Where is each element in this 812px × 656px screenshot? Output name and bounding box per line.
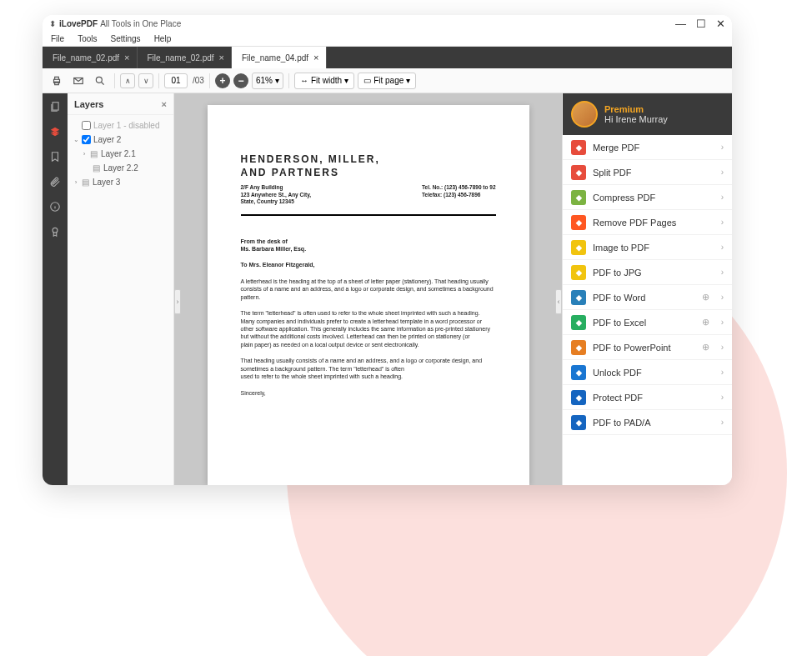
tool-item[interactable]: ◆PDF to Word⊕› <box>563 285 732 310</box>
chevron-right-icon: › <box>721 168 724 177</box>
tool-item[interactable]: ◆Split PDF› <box>563 160 732 185</box>
doc-signoff: Sincerely, <box>241 389 496 397</box>
zoom-value: 61% <box>256 76 273 85</box>
layer-checkbox[interactable] <box>82 121 91 130</box>
info-icon[interactable] <box>47 198 63 215</box>
pages-icon[interactable] <box>47 98 63 115</box>
tool-item[interactable]: ◆PDF to Excel⊕› <box>563 310 732 335</box>
tool-icon: ◆ <box>571 390 586 405</box>
layer-row[interactable]: ⌄Layer 2 <box>71 133 170 147</box>
pdf-page: HENDERSON, MILLER,AND PARTNERS 2/F Any B… <box>208 105 529 485</box>
menu-settings[interactable]: Settings <box>110 34 140 43</box>
avatar[interactable] <box>571 101 598 128</box>
chevron-right-icon[interactable]: › <box>73 178 79 186</box>
layer-tree: Layer 1 - disabled ⌄Layer 2 ›▤Layer 2.1 … <box>68 115 173 193</box>
email-button[interactable] <box>69 72 88 90</box>
close-window-button[interactable]: ✕ <box>716 18 725 30</box>
layers-icon[interactable] <box>47 123 63 140</box>
tool-item[interactable]: ◆Image to PDF› <box>563 235 732 260</box>
layer-label: Layer 2.2 <box>103 163 138 173</box>
layer-row[interactable]: ▤Layer 2.2 <box>71 161 170 175</box>
bookmark-icon[interactable] <box>47 148 63 165</box>
chevron-down-icon[interactable]: ⌄ <box>73 136 79 143</box>
tool-label: PDF to PowerPoint <box>593 343 671 353</box>
doc-address-row: 2/F Any Building123 Anywhere St., Any Ci… <box>241 184 496 205</box>
doc-divider <box>241 214 496 216</box>
chevron-right-icon[interactable]: › <box>81 150 88 158</box>
toolbar: ∧ ∨ /03 + − 61%▾ ↔Fit width▾ ▭Fit page▾ <box>43 68 732 93</box>
page-up-button[interactable]: ∧ <box>120 73 135 88</box>
tool-icon: ◆ <box>571 290 586 305</box>
doc-from: From the desk ofMs. Barbara Miller, Esq. <box>241 238 496 253</box>
tab[interactable]: File_name_02.pdf× <box>43 47 138 68</box>
layers-panel: Layers × Layer 1 - disabled ⌄Layer 2 ›▤L… <box>68 93 174 485</box>
tool-icon: ◆ <box>571 140 586 155</box>
tool-item[interactable]: ◆Merge PDF› <box>563 135 732 160</box>
tool-item[interactable]: ◆Remove PDF Pages› <box>563 210 732 235</box>
tool-item[interactable]: ◆Unlock PDF› <box>563 360 732 385</box>
fit-page-icon: ▭ <box>363 76 371 85</box>
splitter-left[interactable]: › <box>174 289 181 314</box>
app-tagline: All Tools in One Place <box>100 19 181 28</box>
doc-paragraph: A letterhead is the heading at the top o… <box>241 278 496 301</box>
tool-item[interactable]: ◆Compress PDF› <box>563 185 732 210</box>
zoom-in-button[interactable]: + <box>215 73 230 88</box>
tool-label: Compress PDF <box>593 193 655 203</box>
layer-row[interactable]: Layer 1 - disabled <box>71 118 170 133</box>
menu-file[interactable]: File <box>51 34 64 43</box>
tab-label: File_name_02.pdf <box>148 53 214 63</box>
close-tab-icon[interactable]: × <box>219 53 224 63</box>
zoom-dropdown[interactable]: 61%▾ <box>252 73 283 89</box>
print-button[interactable] <box>48 72 66 90</box>
close-tab-icon[interactable]: × <box>124 53 129 63</box>
search-button[interactable] <box>91 72 109 90</box>
page-down-button[interactable]: ∨ <box>138 73 153 88</box>
certificate-icon[interactable] <box>47 223 63 240</box>
globe-icon: ⊕ <box>702 317 709 328</box>
layer-checkbox[interactable] <box>82 135 91 144</box>
attachment-icon[interactable] <box>47 173 63 190</box>
tool-item[interactable]: ◆Protect PDF› <box>563 385 732 410</box>
tool-label: Image to PDF <box>593 243 649 253</box>
chevron-right-icon: › <box>721 268 724 277</box>
svg-point-6 <box>53 228 58 233</box>
chevron-right-icon: › <box>721 393 724 402</box>
tab[interactable]: File_name_02.pdf× <box>138 47 233 68</box>
layers-title: Layers <box>74 99 103 109</box>
tool-item[interactable]: ◆PDF to PowerPoint⊕› <box>563 335 732 360</box>
minimize-button[interactable]: — <box>675 18 686 30</box>
right-panel: Premium Hi Irene Murray ◆Merge PDF›◆Spli… <box>562 93 732 485</box>
tool-item[interactable]: ◆PDF to JPG› <box>563 260 732 285</box>
maximize-button[interactable]: ☐ <box>696 18 706 30</box>
layer-row[interactable]: ›▤Layer 3 <box>71 175 170 189</box>
app-logo-icon: ⬍ <box>49 19 56 28</box>
app-window: ⬍ iLovePDF All Tools in One Place — ☐ ✕ … <box>43 15 732 485</box>
fit-page-button[interactable]: ▭Fit page▾ <box>358 73 416 89</box>
tool-item[interactable]: ◆PDF to PAD/A› <box>563 410 732 435</box>
tool-list: ◆Merge PDF›◆Split PDF›◆Compress PDF›◆Rem… <box>563 135 732 485</box>
tool-label: Remove PDF Pages <box>593 218 676 228</box>
tabs-bar: File_name_02.pdf× File_name_02.pdf× File… <box>43 47 732 68</box>
user-greeting: Hi Irene Murray <box>604 114 668 124</box>
zoom-out-button[interactable]: − <box>233 73 248 88</box>
menu-help[interactable]: Help <box>154 34 172 43</box>
tab-label: File_name_04.pdf <box>242 53 308 63</box>
page-input[interactable] <box>164 73 188 88</box>
splitter-right[interactable]: ‹ <box>555 289 562 314</box>
tool-label: Protect PDF <box>593 393 643 403</box>
menu-tools[interactable]: Tools <box>78 34 97 43</box>
tool-icon: ◆ <box>571 240 586 255</box>
fit-width-icon: ↔ <box>300 76 308 85</box>
layer-row[interactable]: ›▤Layer 2.1 <box>71 147 170 161</box>
doc-paragraph: That heading usually consists of a name … <box>241 357 496 373</box>
close-tab-icon[interactable]: × <box>313 53 318 63</box>
layer-label: Layer 2.1 <box>101 149 136 158</box>
fit-width-button[interactable]: ↔Fit width▾ <box>294 73 354 89</box>
tool-label: PDF to Word <box>593 293 645 303</box>
document-viewport[interactable]: › ‹ HENDERSON, MILLER,AND PARTNERS 2/F A… <box>174 93 562 485</box>
premium-badge: Premium <box>604 104 668 114</box>
tab-active[interactable]: File_name_04.pdf× <box>232 47 327 68</box>
main-body: Layers × Layer 1 - disabled ⌄Layer 2 ›▤L… <box>43 93 732 485</box>
close-panel-button[interactable]: × <box>162 99 167 109</box>
doc-heading: HENDERSON, MILLER,AND PARTNERS <box>241 153 496 179</box>
